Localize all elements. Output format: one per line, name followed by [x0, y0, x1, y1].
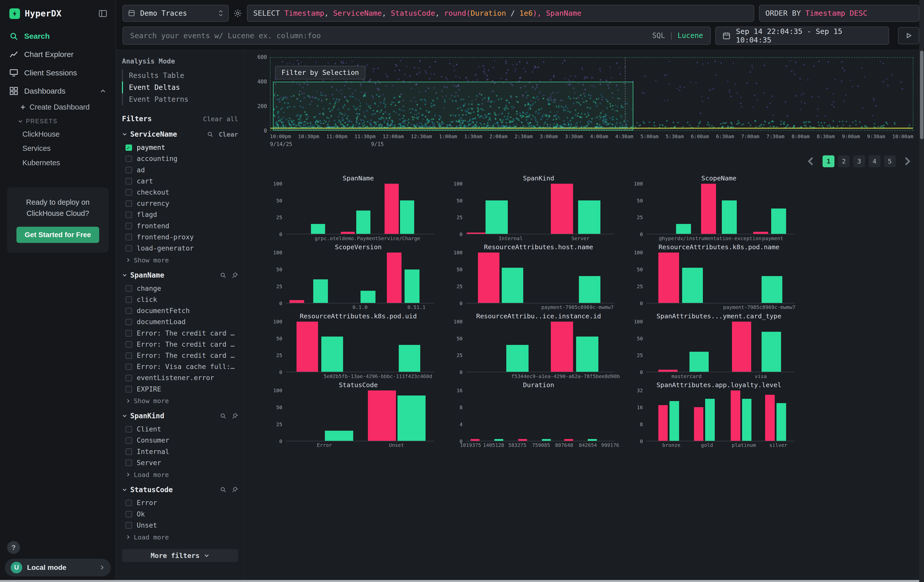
mini-chart-plot[interactable] — [647, 252, 795, 303]
checkbox[interactable] — [125, 285, 132, 292]
sidebar-item-chart-explorer[interactable]: Chart Explorer — [0, 45, 116, 64]
mini-chart-plot[interactable] — [647, 391, 795, 441]
page-button-1[interactable]: 1 — [823, 155, 835, 167]
checkbox[interactable] — [125, 200, 132, 207]
gear-icon[interactable] — [233, 9, 242, 18]
filter-option-expire[interactable]: EXPIRE — [122, 384, 238, 395]
sidebar-item-search[interactable]: Search — [0, 27, 116, 45]
checkbox[interactable] — [125, 341, 132, 348]
sidebar-item-client-sessions[interactable]: Client Sessions — [0, 64, 116, 82]
filter-option-ad[interactable]: ad — [122, 165, 238, 176]
mini-chart-plot[interactable] — [647, 184, 795, 234]
date-range-picker[interactable]: Sep 14 22:04:35 - Sep 15 10:04:35 — [715, 26, 889, 45]
prev-page-button[interactable] — [803, 155, 819, 167]
filter-option-ok[interactable]: Ok — [122, 509, 238, 520]
checkbox[interactable] — [125, 156, 132, 162]
filter-option-consumer[interactable]: Consumer — [122, 435, 238, 446]
checkbox[interactable] — [125, 448, 132, 455]
mini-chart-plot[interactable] — [647, 322, 795, 372]
mini-chart-plot[interactable] — [466, 322, 615, 372]
filter-option-cart[interactable]: cart — [122, 176, 238, 187]
pin-icon[interactable] — [232, 272, 238, 279]
filter-option-change[interactable]: change — [122, 283, 238, 294]
checkbox[interactable] — [125, 308, 132, 314]
more-filters-button[interactable]: More filters — [122, 549, 238, 562]
pin-icon[interactable] — [232, 413, 238, 419]
sidebar-item-kubernetes[interactable]: Kubernetes — [0, 156, 116, 170]
checkbox[interactable] — [125, 178, 132, 185]
page-button-5[interactable]: 5 — [884, 155, 896, 167]
filter-option-documentload[interactable]: documentLoad — [122, 316, 238, 327]
filter-option-eventlistener-error[interactable]: eventListener.error — [122, 373, 238, 384]
sidebar-item-create-dashboard[interactable]: Create Dashboard — [0, 100, 116, 114]
checkbox[interactable] — [125, 167, 132, 173]
mini-chart-plot[interactable] — [286, 252, 434, 303]
checkbox[interactable] — [125, 319, 132, 325]
checkbox[interactable] — [125, 234, 132, 241]
next-page-button[interactable] — [899, 155, 916, 167]
checkbox[interactable] — [125, 364, 132, 370]
pin-icon[interactable] — [232, 486, 238, 493]
filter-group-header-servicename[interactable]: ServiceNameClear — [122, 130, 238, 138]
checkbox[interactable] — [125, 245, 132, 252]
search-icon[interactable] — [220, 413, 226, 419]
checkbox[interactable] — [125, 386, 132, 392]
vertical-scrollbar[interactable] — [919, 0, 924, 582]
run-query-button[interactable] — [898, 27, 919, 44]
checkbox[interactable] — [125, 511, 132, 518]
show-more-link[interactable]: Show more — [122, 395, 238, 405]
clear-filter-button[interactable]: Clear — [219, 130, 238, 138]
heatmap-plot[interactable]: Filter by Selection — [270, 57, 913, 131]
help-button[interactable]: ? — [7, 541, 20, 554]
analysis-mode-results-table[interactable]: Results Table — [122, 69, 238, 81]
show-more-link[interactable]: Show more — [122, 254, 238, 264]
search-icon[interactable] — [220, 486, 226, 493]
page-button-2[interactable]: 2 — [838, 155, 850, 167]
filter-option-internal[interactable]: Internal — [122, 446, 238, 457]
filter-option-unset[interactable]: Unset — [122, 520, 238, 531]
filter-option-payment[interactable]: payment — [122, 142, 238, 153]
search-input[interactable] — [130, 31, 647, 40]
get-started-button[interactable]: Get Started for Free — [16, 227, 99, 243]
mini-chart-plot[interactable] — [286, 322, 434, 372]
sidebar-section-presets[interactable]: PRESETS — [0, 114, 116, 127]
page-button-3[interactable]: 3 — [853, 155, 865, 167]
sidebar-item-services[interactable]: Services — [0, 142, 116, 156]
checkbox[interactable] — [125, 460, 132, 466]
mini-chart-plot[interactable] — [466, 184, 615, 234]
lang-lucene-button[interactable]: Lucene — [678, 31, 703, 40]
clear-all-button[interactable]: Clear all — [203, 115, 238, 123]
filter-option-server[interactable]: Server — [122, 457, 238, 468]
local-mode-button[interactable]: U Local mode — [5, 559, 111, 576]
filter-option-frontend-proxy[interactable]: frontend-proxy — [122, 232, 238, 243]
checkbox[interactable] — [125, 426, 132, 433]
filter-option-client[interactable]: Client — [122, 424, 238, 435]
checkbox[interactable] — [125, 211, 132, 218]
analysis-mode-event-patterns[interactable]: Event Patterns — [122, 93, 238, 105]
checkbox[interactable] — [125, 296, 132, 303]
checkbox[interactable] — [125, 522, 132, 529]
filter-option-error-visa-cache-full[interactable]: Error: Visa cache full: … — [122, 361, 238, 372]
filter-option-click[interactable]: click — [122, 294, 238, 305]
mini-chart-plot[interactable] — [286, 184, 434, 234]
checkbox[interactable] — [125, 375, 132, 381]
horizontal-scrollbar-thumb[interactable] — [0, 580, 919, 582]
filter-option-error-the-credit-card[interactable]: Error: The credit card (… — [122, 350, 238, 361]
filter-by-selection-button[interactable]: Filter by Selection — [275, 66, 365, 79]
search-icon[interactable] — [207, 131, 214, 138]
filter-option-flagd[interactable]: flagd — [122, 209, 238, 220]
checkbox[interactable] — [125, 330, 132, 336]
filter-option-error-the-credit-card[interactable]: Error: The credit card (… — [122, 339, 238, 350]
checkbox[interactable] — [125, 437, 132, 444]
lang-sql-button[interactable]: SQL — [652, 31, 665, 40]
checkbox[interactable] — [125, 353, 132, 359]
checkbox[interactable] — [125, 500, 132, 506]
analysis-mode-event-deltas[interactable]: Event Deltas — [122, 81, 238, 93]
checkbox[interactable] — [125, 223, 132, 229]
vertical-scrollbar-thumb[interactable] — [920, 51, 924, 139]
sidebar-collapse-icon[interactable] — [98, 9, 107, 18]
filter-option-frontend[interactable]: frontend — [122, 220, 238, 232]
filter-option-error[interactable]: Error — [122, 498, 238, 509]
horizontal-scrollbar[interactable] — [0, 580, 919, 582]
page-button-4[interactable]: 4 — [869, 155, 881, 167]
